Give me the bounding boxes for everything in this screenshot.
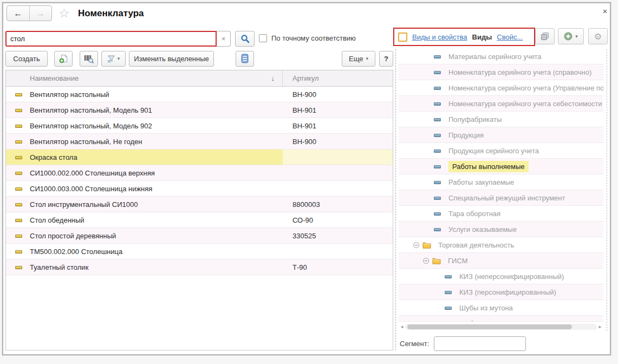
list-icon — [241, 54, 249, 63]
scroll-right-icon[interactable]: ► — [597, 324, 603, 329]
item-icon — [15, 109, 22, 112]
table-row[interactable]: Стол обеденныйСО-90 — [6, 212, 393, 228]
tree-item[interactable]: Номенклатура серийного учета (справочно) — [399, 64, 603, 80]
item-type-icon — [434, 228, 441, 231]
cell-name: Вентилятор настольный — [6, 87, 283, 102]
copy-button[interactable] — [535, 28, 555, 44]
list-view-button[interactable] — [236, 51, 254, 67]
tree-item[interactable]: Тара оборотная — [399, 206, 603, 222]
tree-item[interactable]: КИЗ (неперсонифицированный) — [399, 269, 603, 284]
search-input[interactable] — [5, 31, 217, 47]
table-row[interactable]: Стол простой деревянный330525 — [6, 228, 393, 244]
favorite-star-icon[interactable]: ☆ — [58, 6, 70, 21]
tree-item[interactable]: Номенклатура серийного учета себестоимос… — [399, 96, 603, 112]
item-icon — [15, 140, 22, 144]
scrollbar-track[interactable] — [405, 324, 597, 330]
tree-item[interactable]: Номенклатура серийного учета (Управление… — [399, 80, 603, 96]
search-field: × — [5, 31, 231, 47]
create-group-button[interactable] — [54, 51, 73, 67]
table-row[interactable]: Вентилятор настольный, Модель 902ВН-901 — [6, 118, 393, 134]
forward-icon[interactable]: → — [30, 6, 52, 21]
segment-input[interactable] — [434, 337, 526, 350]
table-row[interactable]: Вентилятор настольныйВН-900 — [6, 87, 393, 102]
search-button[interactable] — [235, 31, 255, 47]
tree-item[interactable]: Полуфабрикаты — [399, 112, 603, 127]
item-type-icon — [434, 118, 441, 121]
table-row[interactable]: СИ1000.002.000 Столешница верхняя — [6, 165, 393, 181]
table-row[interactable]: Вентилятор настольный, Не годенВН-900 — [6, 134, 393, 150]
item-icon — [15, 250, 22, 253]
collapse-icon[interactable] — [413, 242, 419, 248]
help-button[interactable]: ? — [379, 51, 393, 67]
add-button[interactable]: ▾ — [558, 28, 584, 44]
collapse-icon[interactable] — [423, 258, 429, 264]
tree-item[interactable]: Шубы из мутона — [399, 300, 603, 316]
item-icon — [15, 235, 22, 238]
panel-splitter[interactable] — [395, 49, 396, 350]
back-icon[interactable]: ← — [7, 6, 30, 21]
tree-item[interactable]: Торговая деятельность — [399, 237, 603, 253]
settings-button[interactable]: ⚙ — [588, 28, 608, 44]
tree-item[interactable]: Продукция серийного учета — [399, 143, 603, 159]
search-clear-icon[interactable]: × — [217, 31, 231, 47]
more-button[interactable]: Еще ▾ — [342, 51, 375, 67]
view-switch-checkbox[interactable] — [398, 32, 407, 42]
tree-item-label: КИЗ (неперсонифицированный) — [459, 272, 564, 281]
cell-name: Стол инструментальный СИ1000 — [6, 197, 283, 212]
tree-item-label: Номенклатура серийного учета себестоимос… — [448, 100, 602, 108]
table-row[interactable]: СИ1000.003.000 Столешница нижняя — [6, 181, 393, 197]
edit-selected-button[interactable]: Изменить выделенные — [129, 51, 214, 67]
properties-link[interactable]: Свойс... — [497, 33, 523, 41]
column-header-article[interactable]: Артикул — [283, 70, 393, 86]
barcode-search-button[interactable] — [80, 51, 98, 67]
table-row[interactable]: ТМ500.002.000 Столешница — [6, 244, 393, 259]
cell-article — [283, 181, 393, 196]
column-header-name[interactable]: Наименование ↓ — [6, 70, 283, 86]
item-type-icon — [434, 197, 441, 200]
tree-item[interactable]: Шуб — [399, 316, 603, 322]
item-type-icon — [434, 134, 441, 137]
close-icon[interactable]: × — [600, 6, 610, 16]
scroll-left-icon[interactable]: ◄ — [399, 324, 405, 329]
table-header: Наименование ↓ Артикул — [6, 70, 393, 87]
window: ← → ☆ Номенклатура × × По точному соотве… — [2, 2, 611, 355]
create-button[interactable]: Создать — [5, 51, 48, 67]
cell-name: СИ1000.003.000 Столешница нижняя — [6, 181, 283, 196]
more-label: Еще — [349, 55, 363, 63]
tree-horizontal-scrollbar[interactable]: ◄ ► — [399, 323, 603, 330]
item-type-icon — [445, 307, 452, 310]
tree-item[interactable]: Работы закупаемые — [399, 174, 603, 190]
table-row[interactable]: Стол инструментальный СИ10008800003 — [6, 197, 393, 212]
table-row[interactable]: Вентилятор настольный, Модель 901ВН-901 — [6, 102, 393, 118]
tree-item[interactable]: КИЗ (персонифицированный) — [399, 284, 603, 300]
item-type-icon — [434, 55, 441, 58]
tree-item[interactable]: Специальный режущий инструмент — [399, 190, 603, 206]
tree-item[interactable]: Продукция — [399, 127, 603, 143]
view-switch-group: Виды и свойства Виды Свойс... — [393, 28, 535, 46]
gear-icon: ⚙ — [594, 31, 602, 42]
cell-name: ТМ500.002.000 Столешница — [6, 244, 283, 259]
item-icon — [15, 219, 22, 222]
scrollbar-thumb[interactable] — [407, 324, 572, 329]
tree-item-label: Продукция серийного учета — [448, 147, 539, 155]
tree-item[interactable]: Работы выполняемые — [399, 159, 603, 174]
types-and-properties-link[interactable]: Виды и свойства — [412, 33, 467, 41]
table-body: Вентилятор настольныйВН-900Вентилятор на… — [6, 87, 393, 275]
filter-icon — [107, 55, 115, 63]
barcode-icon — [84, 54, 94, 63]
tree-item-label: Тара оборотная — [448, 210, 500, 218]
filter-button[interactable]: ▾ — [101, 51, 126, 67]
right-panel-splitter[interactable] — [607, 49, 607, 331]
exact-match-option[interactable]: По точному соответствию — [259, 34, 356, 42]
exact-match-checkbox[interactable] — [259, 34, 267, 42]
table-row[interactable]: Окраска стола — [6, 150, 393, 165]
sort-descending-icon[interactable]: ↓ — [271, 74, 275, 82]
filter-dropdown-icon[interactable]: ▾ — [118, 56, 120, 61]
table-row[interactable]: Туалетный столикТ-90 — [6, 259, 393, 275]
tree-item[interactable]: ГИСМ — [399, 253, 603, 269]
tree-item[interactable]: Услуги оказываемые — [399, 222, 603, 237]
tree-item-label: КИЗ (персонифицированный) — [459, 288, 556, 296]
add-dropdown-icon[interactable]: ▾ — [575, 34, 578, 39]
tree-item[interactable]: Материалы серийного учета — [399, 49, 603, 64]
cell-article: 330525 — [283, 228, 393, 243]
